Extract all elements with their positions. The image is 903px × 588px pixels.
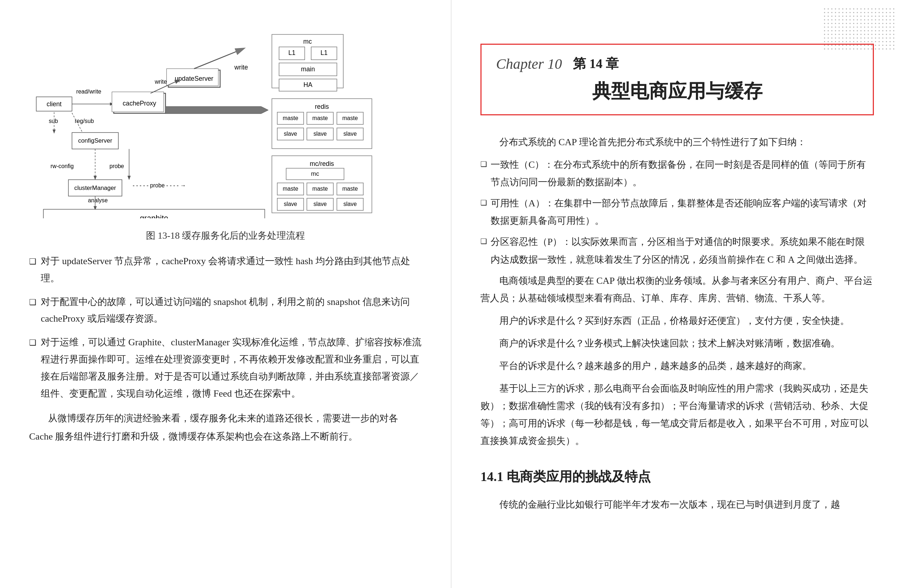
- section-title-141: 14.1 电商类应用的挑战及特点: [480, 465, 874, 489]
- svg-text:updateServer: updateServer: [175, 75, 213, 82]
- bullet-icon-2: ❑: [29, 295, 36, 310]
- right-para-intro: 分布式系统的 CAP 理论首先把分布式系统中的三个特性进行了如下归纳：: [480, 134, 874, 151]
- svg-text:maste: maste: [312, 115, 328, 121]
- svg-text:mc: mc: [311, 170, 319, 177]
- svg-text:clusterManager: clusterManager: [74, 184, 116, 192]
- rb-text-p: 分区容忍性（P）：以实际效果而言，分区相当于对通信的时限要求。系统如果不能在时限…: [491, 233, 874, 268]
- left-bullet-list: ❑ 对于 updateServer 节点异常，cacheProxy 会将请求通过…: [29, 253, 422, 402]
- left-bullet-item-1: ❑ 对于 updateServer 节点异常，cacheProxy 会将请求通过…: [29, 253, 422, 287]
- svg-text:slave: slave: [313, 130, 327, 137]
- right-para-2: 电商领域是典型的要在 CAP 做出权衡的业务领域。从参与者来区分有用户、商户、平…: [480, 272, 874, 307]
- right-page: Chapter 10 第 14 章 典型电商应用与缓存 分布式系统的 CAP 理…: [452, 0, 903, 588]
- right-para-6: 基于以上三方的诉求，那么电商平台会面临及时响应性的用户需求（我购买成功，还是失败…: [480, 380, 874, 450]
- svg-marker-19: [165, 107, 269, 114]
- svg-text:mc: mc: [303, 38, 312, 45]
- svg-text:HA: HA: [304, 81, 313, 88]
- cap-bullet-a: ❑ 可用性（A）：在集群中一部分节点故障后，集群整体是否还能响应客户端的读写请求…: [480, 195, 874, 230]
- diagram-svg: client read/write sub reg/sub cacheProxy…: [29, 22, 422, 218]
- left-bullet-item-2: ❑ 对于配置中心的故障，可以通过访问端的 snapshot 机制，利用之前的 s…: [29, 294, 422, 328]
- svg-text:sub: sub: [49, 118, 58, 124]
- left-page: client read/write sub reg/sub cacheProxy…: [0, 0, 452, 588]
- svg-text:maste: maste: [342, 115, 358, 121]
- svg-text:analyse: analyse: [88, 197, 108, 203]
- svg-text:main: main: [301, 66, 315, 73]
- svg-text:write: write: [234, 64, 248, 71]
- svg-text:slave: slave: [284, 201, 297, 207]
- svg-text:maste: maste: [312, 186, 328, 192]
- section-para-141: 传统的金融行业比如银行可能半年才发布一次版本，现在已与时俱进到月度了，越: [480, 496, 874, 513]
- rb-text-a: 可用性（A）：在集群中一部分节点故障后，集群整体是否还能响应客户端的读写请求（对…: [491, 195, 874, 230]
- bullet-icon-3: ❑: [29, 335, 36, 350]
- chapter-header: Chapter 10 第 14 章: [496, 55, 858, 73]
- svg-text:maste: maste: [283, 186, 299, 192]
- chapter-title: 典型电商应用与缓存: [496, 79, 858, 104]
- svg-text:mc/redis: mc/redis: [310, 160, 334, 167]
- svg-text:cacheProxy: cacheProxy: [123, 100, 156, 107]
- rb-icon-p: ❑: [480, 235, 487, 248]
- svg-text:write: write: [154, 79, 167, 85]
- cap-bullet-p: ❑ 分区容忍性（P）：以实际效果而言，分区相当于对通信的时限要求。系统如果不能在…: [480, 233, 874, 268]
- bullet-text-3: 对于运维，可以通过 Graphite、clusterManager 实现标准化运…: [41, 334, 422, 402]
- svg-text:probe: probe: [110, 163, 124, 169]
- fig-caption: 图 13-18 缓存服务化后的业务处理流程: [29, 229, 422, 242]
- svg-text:graphite: graphite: [140, 214, 168, 218]
- bullet-text-1: 对于 updateServer 节点异常，cacheProxy 会将请求通过一致…: [41, 253, 422, 287]
- dotted-bg-decoration: [823, 7, 896, 51]
- svg-text:redis: redis: [315, 103, 329, 110]
- svg-text:- - - - - probe - - - - →: - - - - - probe - - - - →: [132, 182, 186, 189]
- right-para-5: 平台的诉求是什么？越来越多的用户，越来越多的品类，越来越好的商家。: [480, 357, 874, 375]
- rb-icon-a: ❑: [480, 196, 487, 209]
- svg-text:slave: slave: [313, 201, 327, 207]
- rb-icon-c: ❑: [480, 157, 487, 171]
- bullet-text-2: 对于配置中心的故障，可以通过访问端的 snapshot 机制，利用之前的 sna…: [41, 294, 422, 328]
- diagram-container: client read/write sub reg/sub cacheProxy…: [29, 22, 422, 218]
- svg-text:maste: maste: [342, 186, 358, 192]
- chapter-num: 第 14 章: [573, 55, 619, 73]
- svg-text:client: client: [47, 101, 61, 108]
- right-para-3: 用户的诉求是什么？买到好东西（正品，价格最好还便宜），支付方便，安全快捷。: [480, 312, 874, 330]
- left-bullet-item-3: ❑ 对于运维，可以通过 Graphite、clusterManager 实现标准…: [29, 334, 422, 402]
- chapter-cursive: Chapter 10: [496, 55, 562, 72]
- section-title-text: 14.1 电商类应用的挑战及特点: [480, 469, 651, 484]
- right-para-4: 商户的诉求是什么？业务模式上解决快速回款；技术上解决对账清晰，数据准确。: [480, 335, 874, 352]
- svg-text:configServer: configServer: [78, 137, 112, 144]
- cap-bullet-c: ❑ 一致性（C）：在分布式系统中的所有数据备份，在同一时刻是否是同样的值（等同于…: [480, 156, 874, 191]
- left-summary: 从微博缓存历年的演进经验来看，缓存服务化未来的道路还很长，需要进一步的对各 Ca…: [29, 409, 422, 445]
- rb-text-c: 一致性（C）：在分布式系统中的所有数据备份，在同一时刻是否是同样的值（等同于所有…: [491, 156, 874, 191]
- svg-text:L1: L1: [288, 49, 296, 57]
- svg-text:maste: maste: [283, 115, 299, 121]
- svg-rect-74: [823, 7, 896, 51]
- svg-text:slave: slave: [344, 130, 357, 137]
- svg-text:reg/sub: reg/sub: [75, 118, 94, 124]
- svg-text:slave: slave: [284, 130, 297, 137]
- svg-text:rw-config: rw-config: [50, 163, 74, 169]
- bullet-icon-1: ❑: [29, 254, 36, 269]
- svg-text:read/write: read/write: [76, 88, 101, 94]
- right-body: 分布式系统的 CAP 理论首先把分布式系统中的三个特性进行了如下归纳： ❑ 一致…: [480, 134, 874, 513]
- svg-text:slave: slave: [344, 201, 357, 207]
- chapter-box: Chapter 10 第 14 章 典型电商应用与缓存: [480, 44, 874, 115]
- svg-text:L1: L1: [320, 49, 327, 57]
